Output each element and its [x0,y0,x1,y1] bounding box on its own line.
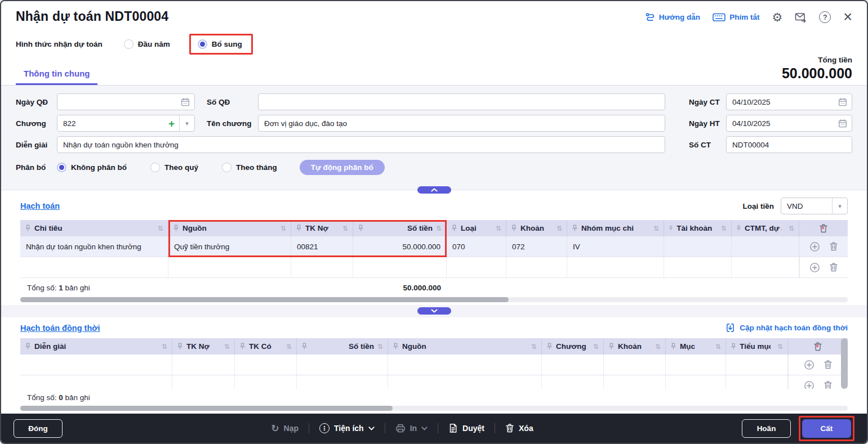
grid-row[interactable]: Nhận dự toán nguồn khen thưởngQuỹ tiền t… [20,236,848,257]
auto-allocate-button[interactable]: Tự động phân bổ [300,160,385,175]
column-header-actions[interactable]: × [788,338,848,355]
radio-theo-thang[interactable]: Theo tháng [222,163,277,172]
grid-cell[interactable] [664,257,732,277]
grid-cell[interactable] [726,355,788,375]
approve-button[interactable]: Duyệt [448,423,484,433]
add-row-icon[interactable] [809,241,820,252]
grid-cell[interactable] [235,355,297,375]
shortcut-link[interactable]: Phím tắt [713,12,759,22]
delete-row-icon[interactable] [824,380,833,389]
grid-cell[interactable] [604,375,666,389]
grid-cell[interactable]: 00821 [291,236,353,257]
grid-cell[interactable] [353,257,447,277]
help-button[interactable]: ? [819,11,831,23]
simultaneous-vscrollbar[interactable] [841,338,848,389]
grid-cell[interactable] [291,257,353,277]
grid-cell[interactable] [447,257,506,277]
grid-cell[interactable] [567,257,664,277]
dien-giai-input[interactable] [57,137,665,153]
delete-button[interactable]: Xóa [505,423,533,433]
column-header[interactable]: Nguồn⇅ [168,220,291,236]
update-simultaneous-link[interactable]: Cập nhật hạch toán đồng thời [725,323,848,333]
grid-cell[interactable] [542,375,604,389]
radio-theo-quy[interactable]: Theo quý [150,163,198,172]
utilities-button[interactable]: ⋮ Tiện ích [319,423,375,433]
grid-cell[interactable] [168,257,291,277]
delete-row-icon[interactable] [824,360,833,370]
add-plus-icon[interactable]: + [164,118,179,129]
grid-cell[interactable] [20,375,172,389]
scrollbar-thumb[interactable] [20,406,393,411]
radio-khong-phan-bo[interactable]: Không phân bổ [57,163,127,172]
radio-dau-nam[interactable]: Đầu năm [124,39,170,49]
delete-row-icon[interactable] [829,262,838,272]
close-button[interactable]: Đóng [14,419,63,438]
grid-cell[interactable]: 50.000.000 [353,236,447,257]
grid-cell[interactable]: 072 [506,236,567,257]
guide-link[interactable]: Hướng dẫn [645,12,700,23]
ngay-ht-input[interactable] [727,115,834,131]
grid-cell[interactable]: IV [567,236,664,257]
ten-chuong-field[interactable] [258,115,665,132]
chuong-field[interactable]: + ▾ [57,115,195,132]
reload-button[interactable]: ↻ Nạp [271,424,299,433]
grid-cell[interactable] [542,355,604,375]
collapse-header-toggle[interactable] [417,186,451,194]
currency-select[interactable]: ▾ [781,198,848,214]
grid-cell[interactable]: 070 [447,236,506,257]
so-ct-field[interactable] [726,136,852,153]
grid-cell[interactable] [732,257,799,277]
postpone-button[interactable]: Hoãn [742,419,791,438]
so-qd-input[interactable] [259,94,665,110]
simultaneous-hscrollbar[interactable] [20,406,848,411]
ngay-ct-field[interactable] [726,93,852,110]
grid-cell[interactable] [297,375,388,389]
collapse-table-toggle[interactable] [417,307,451,315]
column-header[interactable]: Tiểu mục⇅ [726,338,788,355]
chuong-input[interactable] [57,115,164,131]
so-ct-input[interactable] [727,137,852,153]
grid-cell[interactable] [604,355,666,375]
calendar-icon[interactable] [834,97,852,107]
calendar-icon[interactable] [176,97,194,107]
column-header[interactable]: Số tiền⇅ [297,338,388,355]
ngay-qd-field[interactable] [57,93,195,110]
accounting-hscrollbar[interactable] [20,297,848,302]
radio-bo-sung[interactable]: Bổ sung [198,39,242,49]
add-row-icon[interactable] [804,360,814,370]
grid-cell[interactable] [388,375,542,389]
feedback-button[interactable] [795,12,807,23]
column-header[interactable]: Khoản⇅ [506,220,567,236]
delete-all-icon[interactable]: × [813,342,822,352]
grid-cell[interactable]: Quỹ tiền thưởng [168,236,291,257]
grid-cell[interactable] [20,257,168,277]
grid-cell[interactable] [20,355,172,375]
column-header[interactable]: Tài khoản NH,⇅ [664,220,732,236]
grid-row[interactable] [20,375,848,389]
currency-input[interactable] [781,198,832,214]
column-header-actions[interactable]: × [799,220,848,236]
column-header[interactable]: TK Nợ⇅ [291,220,353,236]
column-header[interactable]: Khoản⇅ [604,338,666,355]
ten-chuong-input[interactable] [259,115,665,131]
settings-button[interactable]: ⚙ [772,11,782,23]
column-header[interactable]: TK Có⇅ [235,338,297,355]
currency-dropdown-button[interactable]: ▾ [832,198,847,214]
so-qd-field[interactable] [258,93,665,110]
add-row-icon[interactable] [809,262,820,273]
column-header[interactable]: Chi tiêu⇅ [20,220,168,236]
grid-row[interactable] [20,257,848,278]
grid-cell[interactable]: Nhận dự toán nguồn khen thưởng [20,236,168,257]
grid-cell[interactable] [172,355,235,375]
ngay-qd-input[interactable] [57,94,176,110]
column-header[interactable]: Loại⇅ [447,220,506,236]
column-header[interactable]: Diễn giải⇅ [20,338,172,355]
accounting-section-link[interactable]: Hạch toán [20,201,60,210]
grid-cell[interactable] [506,257,567,277]
print-button[interactable]: In [395,423,428,433]
scrollbar-thumb[interactable] [20,297,509,302]
delete-row-icon[interactable] [829,241,838,252]
grid-cell[interactable] [726,375,788,389]
calendar-icon[interactable] [834,119,852,128]
grid-cell[interactable] [388,355,542,375]
